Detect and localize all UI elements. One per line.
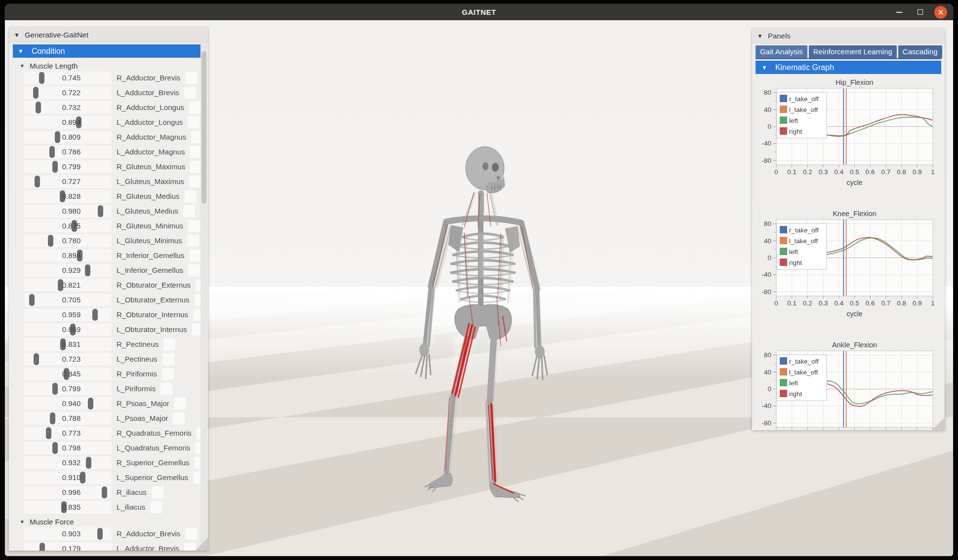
slider-value: 0.786	[24, 146, 112, 158]
row-end-box	[160, 383, 172, 395]
svg-text:0.5: 0.5	[850, 299, 859, 307]
row-end-box	[190, 146, 201, 158]
muscle-slider-row: 0.798L_Quadratus_Femoris	[9, 442, 208, 454]
slider-value: 0.809	[24, 131, 112, 144]
scrollbar-thumb[interactable]	[201, 51, 206, 204]
svg-text:80: 80	[764, 89, 771, 96]
row-end-box	[185, 190, 197, 202]
muscle-slider-row: 0.910L_Superior_Gemellus	[9, 471, 208, 484]
minimize-button[interactable]	[893, 6, 906, 19]
legend-swatch-r_take_off	[780, 226, 787, 233]
muscle-slider-row: 0.845R_Piriformis	[9, 368, 208, 380]
muscle-label: R_Psoas_Major	[117, 397, 169, 410]
tab-cascading[interactable]: Cascading	[898, 45, 942, 58]
svg-text:left: left	[789, 379, 798, 387]
svg-text:0.1: 0.1	[787, 299, 797, 307]
muscle-label: L_Piriformis	[117, 382, 156, 395]
muscle-slider-row: 0.732R_Adductor_Longus	[9, 101, 208, 114]
svg-text:right: right	[789, 259, 802, 266]
left-panel-scrollbar[interactable]	[200, 43, 207, 550]
muscle-label: L_Psoas_Major	[117, 412, 168, 425]
condition-title: Condition	[32, 47, 65, 56]
section-header-muscle-length[interactable]: ▼Muscle Length	[9, 60, 208, 72]
row-end-box	[173, 412, 185, 424]
left-panel-resize-grip[interactable]	[195, 538, 208, 551]
collapse-triangle-icon[interactable]: ▼	[761, 64, 767, 71]
svg-text:right: right	[789, 390, 802, 398]
slider-value: 0.732	[24, 101, 112, 114]
muscle-slider-row: 0.179L_Adductor_Brevis	[9, 542, 208, 551]
row-end-box	[188, 116, 200, 128]
muscle-slider-row: 0.773R_Quadratus_Femoris	[9, 427, 208, 440]
slider-value: 0.723	[24, 353, 112, 366]
condition-body: ▼ Condition ▼Muscle Length0.745R_Adducto…	[9, 43, 208, 551]
right-panel-resize-grip[interactable]	[932, 417, 945, 430]
muscle-slider-row: 0.745R_Adductor_Brevis	[9, 72, 208, 84]
muscle-slider-row: 0.929L_Inferior_Gemellus	[9, 264, 208, 277]
chart-title: Ankle_Flexion	[832, 341, 877, 349]
svg-text:40: 40	[764, 369, 771, 376]
slider-value: 0.705	[24, 294, 112, 306]
slider-value: 0.996	[24, 486, 112, 499]
muscle-label: R_Superior_Gemellus	[117, 456, 190, 469]
generative-gaitnet-header[interactable]: ▼ Generative-GaitNet	[9, 28, 208, 42]
svg-text:l_take_off: l_take_off	[789, 106, 818, 113]
svg-text:0.8: 0.8	[897, 299, 906, 307]
svg-text:-40: -40	[761, 271, 771, 278]
collapse-triangle-icon[interactable]: ▼	[20, 519, 25, 524]
collapse-triangle-icon[interactable]: ▼	[20, 63, 25, 69]
tab-gait-analysis[interactable]: Gait Analysis	[756, 45, 807, 58]
muscle-label: L_Adductor_Magnus	[117, 146, 185, 158]
generative-gaitnet-panel: ▼ Generative-GaitNet ▼ Condition ▼Muscle…	[9, 28, 208, 551]
condition-section-header[interactable]: ▼ Condition	[13, 44, 204, 58]
svg-text:0: 0	[767, 123, 771, 130]
muscle-slider-row: 0.780L_Gluteus_Minimus	[9, 234, 208, 247]
svg-text:0: 0	[774, 299, 778, 307]
close-icon: ✕	[938, 8, 944, 16]
chart-legend: r_take_offl_take_offleftright	[777, 224, 827, 269]
collapse-triangle-icon[interactable]: ▼	[757, 33, 763, 39]
row-end-box	[188, 220, 200, 232]
svg-text:40: 40	[764, 106, 771, 113]
muscle-label: L_Gluteus_Medius	[117, 205, 178, 218]
muscle-label: R_Adductor_Brevis	[117, 527, 180, 540]
muscle-slider-row: 0.809R_Adductor_Magnus	[9, 131, 208, 144]
panels-header[interactable]: ▼ Panels	[752, 29, 945, 43]
legend-swatch-l_take_off	[780, 106, 787, 113]
slider-value: 0.910	[24, 471, 112, 484]
legend-swatch-r_take_off	[780, 357, 787, 365]
title-bar[interactable]: GAITNET ✕	[5, 4, 953, 20]
collapse-triangle-icon[interactable]: ▼	[14, 32, 20, 38]
legend-swatch-right	[780, 390, 787, 397]
muscle-label: R_Gluteus_Maximus	[117, 160, 185, 173]
collapse-triangle-icon[interactable]: ▼	[18, 48, 24, 55]
muscle-slider-row: 0.869L_Obturator_Internus	[9, 323, 208, 336]
muscle-slider-row: 0.799R_Gluteus_Maximus	[9, 160, 208, 173]
slider-value: 0.780	[24, 234, 112, 247]
section-header-muscle-force[interactable]: ▼Muscle Force	[9, 516, 208, 527]
x-axis-label: cycle	[847, 310, 863, 318]
row-end-box	[185, 72, 197, 84]
legend-swatch-left	[780, 379, 787, 386]
kinematic-graph-header[interactable]: ▼ Kinematic Graph	[756, 61, 941, 74]
slider-value: 0.959	[24, 308, 112, 321]
muscle-label: R_Obturator_Externus	[117, 279, 191, 292]
close-button[interactable]: ✕	[934, 6, 947, 19]
chart-hip_flexion: Hip_Flexion80400-40-8000.10.20.30.40.50.…	[752, 77, 945, 188]
muscle-slider-row: 0.898R_Inferior_Gemellus	[9, 249, 208, 262]
svg-text:0.4: 0.4	[834, 168, 843, 176]
muscle-label: R_Pectineus	[117, 338, 159, 351]
muscle-label: L_Gluteus_Minimus	[117, 234, 182, 247]
row-end-box	[150, 501, 162, 513]
chart-legend: r_take_offl_take_offleftright	[777, 92, 827, 138]
muscle-slider-row: 0.980L_Gluteus_Medius	[9, 205, 208, 218]
svg-text:0.9: 0.9	[913, 168, 922, 176]
svg-text:0: 0	[767, 385, 771, 393]
slider-value: 0.845	[24, 368, 112, 380]
slider-value: 0.179	[24, 542, 112, 551]
svg-text:0.3: 0.3	[819, 168, 828, 176]
svg-text:0.2: 0.2	[803, 299, 812, 307]
tab-reinforcement-learning[interactable]: Reinforcement Learning	[809, 45, 897, 58]
svg-text:0.9: 0.9	[913, 299, 922, 307]
maximize-button[interactable]	[914, 6, 926, 19]
